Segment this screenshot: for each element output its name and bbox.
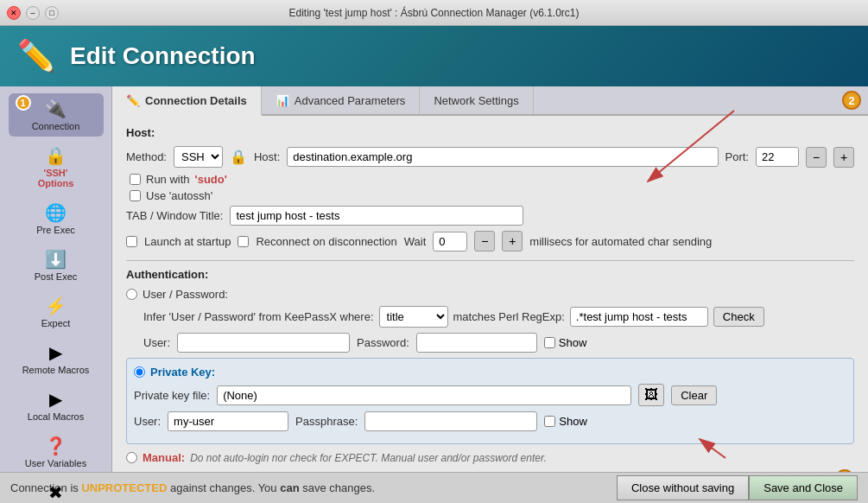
sidebar-label-expect: Expect [41, 318, 71, 328]
port-increase-btn[interactable]: + [833, 147, 854, 168]
reconnect-checkbox[interactable] [238, 236, 249, 247]
user-label: User: [143, 336, 170, 349]
sidebar-label-ssh: 'SSH'Options [38, 168, 74, 188]
sidebar-item-post-exec[interactable]: ⬇️ Post Exec [9, 244, 104, 287]
form-area: Host: Method: SSH 🔒 Host: Port: − + [112, 116, 868, 472]
window-title-input[interactable] [230, 206, 523, 226]
close-window-btn[interactable]: ✕ [7, 6, 21, 20]
launch-label: Launch at startup [144, 235, 231, 248]
show-password-checkbox[interactable] [544, 337, 555, 348]
wait-decrease-btn[interactable]: − [474, 231, 495, 252]
password-label: Password: [357, 336, 409, 349]
matches-label: matches Perl RegExp: [453, 310, 565, 323]
user-pass-radio-row: User / Password: [126, 288, 854, 301]
host-section-label: Host: [126, 126, 854, 139]
status-suffix: against changes. You [170, 481, 280, 494]
sidebar-item-pre-exec[interactable]: 🌐 Pre Exec [9, 197, 104, 240]
tab-connection-icon: ✏️ [126, 94, 140, 107]
keepass-field-select[interactable]: title [379, 306, 448, 328]
expect-icon: ⚡ [45, 296, 67, 316]
bottom-buttons: Close without saving Save and Close [617, 475, 858, 500]
maximize-btn[interactable]: □ [45, 6, 59, 20]
tabs-bar: ✏️ Connection Details 📊 Advanced Paramet… [112, 86, 868, 116]
sudo-row: Run with 'sudo' [130, 173, 854, 186]
sidebar-item-local-macros[interactable]: ▶ Local Macros [9, 384, 104, 427]
private-key-section: Private Key: Private key file: 🖼 Clear U… [126, 358, 854, 444]
show-label: Show [559, 336, 587, 349]
show-checkbox-row: Show [544, 336, 587, 349]
method-label: Method: [126, 150, 167, 163]
check-button[interactable]: Check [713, 307, 764, 327]
pk-file-input[interactable] [217, 385, 631, 405]
autossh-checkbox[interactable] [130, 190, 141, 201]
user-pass-fields-row: User: Password: Show [143, 333, 854, 353]
pre-exec-icon: 🌐 [45, 202, 67, 223]
save-and-close-btn[interactable]: Save and Close [749, 475, 858, 500]
auth-section: Authentication: User / Password: Infer '… [126, 260, 854, 472]
pk-user-label: User: [134, 415, 161, 428]
connection-badge: 1 [16, 95, 31, 111]
launch-checkbox[interactable] [126, 236, 137, 247]
sidebar-item-user-variables[interactable]: ❓ User Variables [9, 430, 104, 474]
close-without-saving-btn[interactable]: Close without saving [617, 475, 749, 500]
passphrase-input[interactable] [364, 411, 537, 431]
host-input[interactable] [287, 147, 718, 167]
status-can: can [280, 481, 299, 494]
port-input[interactable] [756, 147, 799, 167]
sidebar-item-terminal-options[interactable]: ✖ Terminal Options [9, 477, 104, 503]
pk-user-input[interactable] [168, 411, 288, 431]
host-method-row: Method: SSH 🔒 Host: Port: − + [126, 146, 854, 168]
header-pencil-icon: ✏️ [17, 38, 56, 74]
tab-advanced-icon: 📊 [276, 94, 289, 107]
window-controls[interactable]: ✕ – □ [7, 6, 59, 20]
pk-clear-btn[interactable]: Clear [671, 385, 717, 405]
infer-row: Infer 'User / Password' from KeePassX wh… [143, 306, 854, 328]
reconnect-label: Reconnect on disconnection [256, 235, 396, 248]
annotation-badge-2: 2 [842, 91, 861, 110]
private-key-radio-row: Private Key: [134, 366, 846, 379]
minimize-btn[interactable]: – [26, 6, 40, 20]
pk-show-checkbox[interactable] [544, 416, 555, 427]
wait-input[interactable] [433, 232, 467, 252]
sidebar-item-connection[interactable]: 1 🔌 Connection [9, 93, 104, 137]
tab-connection-details[interactable]: ✏️ Connection Details [112, 86, 262, 116]
method-select[interactable]: SSH [174, 146, 223, 168]
sidebar: 1 🔌 Connection 🔒 'SSH'Options 🌐 Pre Exec… [0, 86, 112, 472]
sidebar-label-connection: Connection [32, 121, 80, 131]
main-layout: 1 🔌 Connection 🔒 'SSH'Options 🌐 Pre Exec… [0, 86, 868, 472]
sudo-checkbox[interactable] [130, 174, 141, 185]
port-decrease-btn[interactable]: − [806, 147, 827, 168]
tab-advanced-label: Advanced Parameters [295, 94, 406, 107]
sidebar-item-ssh-options[interactable]: 🔒 'SSH'Options [9, 140, 104, 194]
user-input[interactable] [177, 333, 350, 353]
regexp-input[interactable] [570, 307, 708, 327]
tab-connection-label: Connection Details [145, 94, 247, 107]
tab-network-settings[interactable]: Network Settings [420, 86, 533, 114]
tab-network-label: Network Settings [434, 94, 518, 107]
wait-label: Wait [404, 235, 427, 248]
passphrase-label: Passphrase: [295, 415, 358, 428]
lock-icon: 🔒 [230, 149, 247, 165]
annotation-badge-3: 3 [835, 469, 854, 472]
manual-row: Manual: Do not auto-login nor check for … [126, 451, 854, 464]
tab-advanced-parameters[interactable]: 📊 Advanced Parameters [262, 86, 421, 114]
password-input[interactable] [416, 333, 537, 353]
wait-increase-btn[interactable]: + [502, 231, 523, 252]
private-key-radio[interactable] [134, 366, 145, 378]
pk-file-browse-btn[interactable]: 🖼 [638, 384, 664, 406]
sudo-prefix: Run with [146, 173, 190, 186]
header-title: Edit Connection [70, 42, 256, 70]
manual-radio[interactable] [126, 452, 137, 463]
host-field-label: Host: [254, 150, 280, 163]
autossh-row: Use 'autossh' [130, 189, 854, 202]
sidebar-label-user-variables: User Variables [25, 458, 86, 468]
pk-file-label: Private key file: [134, 389, 210, 402]
user-pass-radio[interactable] [126, 289, 137, 300]
sidebar-item-remote-macros[interactable]: ▶ Remote Macros [9, 337, 104, 380]
sidebar-item-expect[interactable]: ⚡ Expect [9, 290, 104, 334]
sidebar-label-pre-exec: Pre Exec [36, 225, 75, 235]
ssh-lock-icon: 🔒 [45, 145, 67, 166]
port-label: Port: [725, 150, 749, 163]
infer-label: Infer 'User / Password' from KeePassX wh… [143, 310, 374, 323]
pk-show-label: Show [559, 415, 587, 428]
